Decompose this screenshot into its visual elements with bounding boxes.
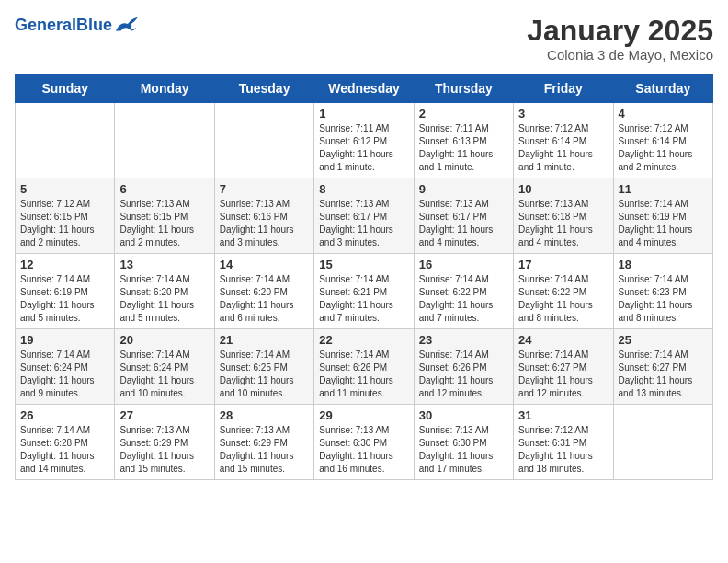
day-number: 26 bbox=[20, 408, 109, 422]
day-number: 27 bbox=[119, 408, 209, 422]
calendar-cell: 8Sunrise: 7:13 AMSunset: 6:17 PMDaylight… bbox=[314, 178, 414, 254]
calendar-cell bbox=[16, 103, 115, 178]
day-info: Sunrise: 7:12 AMSunset: 6:14 PMDaylight:… bbox=[619, 122, 708, 174]
calendar-cell: 5Sunrise: 7:12 AMSunset: 6:15 PMDaylight… bbox=[16, 178, 115, 254]
weekday-header-thursday: Thursday bbox=[414, 75, 513, 103]
calendar-body: 1Sunrise: 7:11 AMSunset: 6:12 PMDaylight… bbox=[16, 103, 713, 480]
calendar-cell: 17Sunrise: 7:14 AMSunset: 6:22 PMDayligh… bbox=[514, 254, 613, 329]
calendar-cell: 26Sunrise: 7:14 AMSunset: 6:28 PMDayligh… bbox=[16, 405, 115, 480]
day-number: 21 bbox=[220, 333, 309, 347]
week-row-4: 19Sunrise: 7:14 AMSunset: 6:24 PMDayligh… bbox=[16, 329, 713, 405]
calendar-cell: 12Sunrise: 7:14 AMSunset: 6:19 PMDayligh… bbox=[16, 254, 115, 329]
location: Colonia 3 de Mayo, Mexico bbox=[527, 47, 713, 63]
weekday-header-monday: Monday bbox=[115, 75, 214, 103]
day-number: 11 bbox=[619, 182, 708, 196]
calendar-cell: 13Sunrise: 7:14 AMSunset: 6:20 PMDayligh… bbox=[115, 254, 214, 329]
calendar-cell: 27Sunrise: 7:13 AMSunset: 6:29 PMDayligh… bbox=[115, 405, 214, 480]
day-number: 25 bbox=[619, 333, 708, 347]
day-info: Sunrise: 7:14 AMSunset: 6:21 PMDaylight:… bbox=[319, 273, 408, 325]
calendar-table: SundayMondayTuesdayWednesdayThursdayFrid… bbox=[15, 74, 713, 480]
day-info: Sunrise: 7:14 AMSunset: 6:19 PMDaylight:… bbox=[20, 273, 109, 325]
day-info: Sunrise: 7:14 AMSunset: 6:26 PMDaylight:… bbox=[319, 349, 408, 400]
calendar-cell bbox=[214, 103, 313, 178]
weekday-header-wednesday: Wednesday bbox=[314, 75, 414, 103]
title-block: January 2025 Colonia 3 de Mayo, Mexico bbox=[527, 15, 713, 63]
day-number: 18 bbox=[619, 258, 708, 271]
day-number: 15 bbox=[319, 258, 408, 271]
week-row-5: 26Sunrise: 7:14 AMSunset: 6:28 PMDayligh… bbox=[16, 405, 713, 480]
calendar-cell: 24Sunrise: 7:14 AMSunset: 6:27 PMDayligh… bbox=[514, 329, 613, 405]
day-info: Sunrise: 7:14 AMSunset: 6:25 PMDaylight:… bbox=[220, 349, 309, 400]
day-info: Sunrise: 7:13 AMSunset: 6:30 PMDaylight:… bbox=[319, 424, 408, 476]
page-header: GeneralBlue January 2025 Colonia 3 de Ma… bbox=[15, 15, 713, 63]
day-number: 20 bbox=[119, 333, 209, 347]
calendar-cell: 16Sunrise: 7:14 AMSunset: 6:22 PMDayligh… bbox=[414, 254, 513, 329]
day-number: 2 bbox=[419, 107, 508, 121]
weekday-header-saturday: Saturday bbox=[613, 75, 712, 103]
day-number: 3 bbox=[518, 107, 608, 121]
logo-text: GeneralBlue bbox=[15, 17, 112, 33]
day-number: 10 bbox=[518, 182, 608, 196]
day-info: Sunrise: 7:14 AMSunset: 6:27 PMDaylight:… bbox=[619, 349, 708, 400]
day-number: 19 bbox=[20, 333, 109, 347]
day-info: Sunrise: 7:13 AMSunset: 6:30 PMDaylight:… bbox=[419, 424, 508, 476]
weekday-header-row: SundayMondayTuesdayWednesdayThursdayFrid… bbox=[16, 75, 713, 103]
day-info: Sunrise: 7:14 AMSunset: 6:24 PMDaylight:… bbox=[20, 349, 109, 400]
day-info: Sunrise: 7:12 AMSunset: 6:31 PMDaylight:… bbox=[518, 424, 608, 476]
calendar-cell: 14Sunrise: 7:14 AMSunset: 6:20 PMDayligh… bbox=[214, 254, 313, 329]
day-number: 31 bbox=[518, 408, 608, 422]
logo: GeneralBlue bbox=[15, 15, 140, 35]
day-info: Sunrise: 7:14 AMSunset: 6:22 PMDaylight:… bbox=[419, 273, 508, 325]
day-info: Sunrise: 7:14 AMSunset: 6:19 PMDaylight:… bbox=[619, 198, 708, 249]
day-info: Sunrise: 7:14 AMSunset: 6:23 PMDaylight:… bbox=[619, 273, 708, 325]
week-row-2: 5Sunrise: 7:12 AMSunset: 6:15 PMDaylight… bbox=[16, 178, 713, 254]
day-info: Sunrise: 7:13 AMSunset: 6:16 PMDaylight:… bbox=[220, 198, 309, 249]
day-number: 24 bbox=[518, 333, 608, 347]
day-info: Sunrise: 7:14 AMSunset: 6:24 PMDaylight:… bbox=[119, 349, 209, 400]
day-number: 14 bbox=[220, 258, 309, 271]
day-info: Sunrise: 7:14 AMSunset: 6:27 PMDaylight:… bbox=[518, 349, 608, 400]
week-row-1: 1Sunrise: 7:11 AMSunset: 6:12 PMDaylight… bbox=[16, 103, 713, 178]
weekday-header-sunday: Sunday bbox=[16, 75, 115, 103]
calendar-cell: 15Sunrise: 7:14 AMSunset: 6:21 PMDayligh… bbox=[314, 254, 414, 329]
calendar-cell bbox=[115, 103, 214, 178]
day-number: 29 bbox=[319, 408, 408, 422]
day-info: Sunrise: 7:13 AMSunset: 6:29 PMDaylight:… bbox=[119, 424, 209, 476]
calendar-cell: 31Sunrise: 7:12 AMSunset: 6:31 PMDayligh… bbox=[514, 405, 613, 480]
day-info: Sunrise: 7:12 AMSunset: 6:15 PMDaylight:… bbox=[20, 198, 109, 249]
calendar-cell: 22Sunrise: 7:14 AMSunset: 6:26 PMDayligh… bbox=[314, 329, 414, 405]
weekday-header-friday: Friday bbox=[514, 75, 613, 103]
day-number: 8 bbox=[319, 182, 408, 196]
calendar-cell: 30Sunrise: 7:13 AMSunset: 6:30 PMDayligh… bbox=[414, 405, 513, 480]
day-number: 12 bbox=[20, 258, 109, 271]
calendar-cell: 7Sunrise: 7:13 AMSunset: 6:16 PMDaylight… bbox=[214, 178, 313, 254]
calendar-cell: 18Sunrise: 7:14 AMSunset: 6:23 PMDayligh… bbox=[613, 254, 712, 329]
day-info: Sunrise: 7:12 AMSunset: 6:14 PMDaylight:… bbox=[518, 122, 608, 174]
day-number: 7 bbox=[220, 182, 309, 196]
day-number: 6 bbox=[119, 182, 209, 196]
day-info: Sunrise: 7:13 AMSunset: 6:29 PMDaylight:… bbox=[220, 424, 309, 476]
day-number: 13 bbox=[119, 258, 209, 271]
day-info: Sunrise: 7:13 AMSunset: 6:17 PMDaylight:… bbox=[419, 198, 508, 249]
calendar-cell: 28Sunrise: 7:13 AMSunset: 6:29 PMDayligh… bbox=[214, 405, 313, 480]
calendar-cell: 25Sunrise: 7:14 AMSunset: 6:27 PMDayligh… bbox=[613, 329, 712, 405]
day-info: Sunrise: 7:13 AMSunset: 6:18 PMDaylight:… bbox=[518, 198, 608, 249]
day-info: Sunrise: 7:14 AMSunset: 6:20 PMDaylight:… bbox=[119, 273, 209, 325]
calendar-cell: 2Sunrise: 7:11 AMSunset: 6:13 PMDaylight… bbox=[414, 103, 513, 178]
month-title: January 2025 bbox=[527, 15, 713, 47]
calendar-cell: 1Sunrise: 7:11 AMSunset: 6:12 PMDaylight… bbox=[314, 103, 414, 178]
calendar-cell: 9Sunrise: 7:13 AMSunset: 6:17 PMDaylight… bbox=[414, 178, 513, 254]
day-number: 17 bbox=[518, 258, 608, 271]
day-info: Sunrise: 7:13 AMSunset: 6:17 PMDaylight:… bbox=[319, 198, 408, 249]
calendar-cell: 4Sunrise: 7:12 AMSunset: 6:14 PMDaylight… bbox=[613, 103, 712, 178]
weekday-header-tuesday: Tuesday bbox=[214, 75, 313, 103]
calendar-cell: 23Sunrise: 7:14 AMSunset: 6:26 PMDayligh… bbox=[414, 329, 513, 405]
day-number: 23 bbox=[419, 333, 508, 347]
calendar-cell: 20Sunrise: 7:14 AMSunset: 6:24 PMDayligh… bbox=[115, 329, 214, 405]
day-number: 1 bbox=[319, 107, 408, 121]
day-number: 22 bbox=[319, 333, 408, 347]
day-number: 4 bbox=[619, 107, 708, 121]
calendar-cell: 21Sunrise: 7:14 AMSunset: 6:25 PMDayligh… bbox=[214, 329, 313, 405]
day-number: 30 bbox=[419, 408, 508, 422]
calendar-cell: 10Sunrise: 7:13 AMSunset: 6:18 PMDayligh… bbox=[514, 178, 613, 254]
